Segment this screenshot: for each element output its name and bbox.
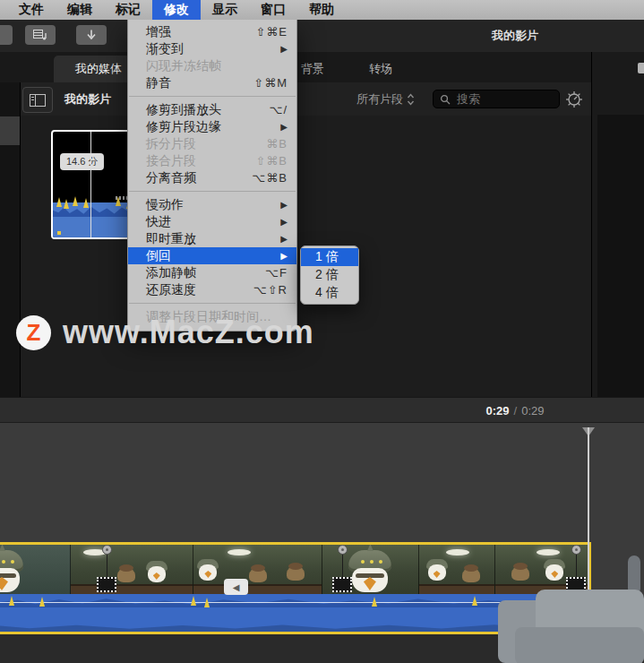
clip-settings-button[interactable] <box>562 88 586 111</box>
menu-item-label: 倒回 <box>146 248 171 264</box>
clip-filter-label: 所有片段 <box>356 91 403 108</box>
submenu-arrow-icon: ▶ <box>280 234 288 244</box>
import-media-button[interactable] <box>25 25 56 45</box>
search-input[interactable] <box>455 91 553 107</box>
menu-item-label: 还原速度 <box>146 282 196 298</box>
menu-item-label: 渐变到 <box>146 41 184 57</box>
toolbar-button-partial[interactable] <box>0 25 13 45</box>
sidebar-toggle-button[interactable] <box>22 87 53 113</box>
menu-separator <box>129 303 296 304</box>
filmstrip-frame <box>71 545 194 594</box>
menu-item[interactable]: 接合片段 ⇧⌘B <box>128 152 296 169</box>
download-button[interactable] <box>76 25 107 45</box>
menubar-item-label: 修改 <box>164 2 189 18</box>
menubar-item[interactable]: 修改 <box>152 0 201 20</box>
tab[interactable]: 转场 <box>360 56 401 82</box>
menubar-item[interactable]: 标记 <box>104 0 152 20</box>
reverse-playback-icon[interactable]: ◀ <box>224 579 248 595</box>
menu-item-label: 拆分片段 <box>146 136 196 152</box>
tab-label: 我的媒体 <box>75 61 122 77</box>
menu-item-label: 闪现并冻结帧 <box>146 58 221 74</box>
submenu-item[interactable]: 2 倍 <box>301 266 358 284</box>
menu-item[interactable]: 静音 ⇧⌘M <box>128 74 296 91</box>
menubar-item-label: 文件 <box>19 2 44 18</box>
menu-item[interactable]: 还原速度 ⌥⇧R <box>128 281 296 298</box>
menu-item[interactable]: 修剪到播放头 ⌥/ <box>128 101 296 118</box>
submenu-arrow-icon: ▶ <box>280 122 288 132</box>
menubar-item[interactable]: 帮助 <box>297 0 346 20</box>
browser-project-title: 我的影片 <box>59 82 111 116</box>
menu-item-shortcut: ⇧⌘M <box>253 76 288 90</box>
library-sidebar-strip <box>0 82 21 397</box>
menu-item[interactable]: 快进 ▶ <box>128 213 296 230</box>
import-down-arrow-icon <box>86 30 97 41</box>
sidebar-toggle-icon <box>30 94 46 107</box>
cursor-overlay <box>515 627 644 663</box>
clip-duration-badge: 14.6 分 <box>60 153 104 170</box>
menu-item[interactable]: 增强 ⇧⌘E <box>128 23 296 40</box>
menu-item[interactable]: 闪现并冻结帧 <box>128 57 296 74</box>
submenu-item-label: 2 倍 <box>315 267 339 283</box>
menu-item-label: 接合片段 <box>146 153 196 169</box>
marker-connector <box>107 555 107 578</box>
film-frame-badge-icon[interactable] <box>97 577 116 592</box>
search-icon <box>440 94 451 105</box>
tab-label: 转场 <box>369 61 392 77</box>
time-separator: / <box>514 404 518 418</box>
clip-range-dot <box>57 231 61 235</box>
menu-bar: 文件 编辑 标记 修改 显示 窗口 帮助 <box>0 0 644 20</box>
current-time: 0:29 <box>486 404 510 418</box>
menubar-item[interactable]: 窗口 <box>249 0 297 20</box>
marker-connector <box>576 555 577 578</box>
menu-item-shortcut: ⇧⌘E <box>255 25 288 39</box>
menu-item[interactable]: 拆分片段 ⌘B <box>128 135 296 152</box>
speed-marker-dot[interactable] <box>338 545 348 555</box>
search-field[interactable] <box>433 90 560 108</box>
menu-item[interactable]: 添加静帧 ⌥F <box>128 264 296 281</box>
cropped-panel-icon <box>638 63 644 73</box>
timeline[interactable]: ◀ <box>0 423 644 663</box>
film-frame-badge-icon[interactable] <box>332 577 352 592</box>
speed-marker-dot[interactable] <box>102 545 112 555</box>
clip-filmstrip <box>0 545 588 594</box>
submenu-arrow-icon: ▶ <box>280 200 288 210</box>
submenu-item-label: 4 倍 <box>315 285 339 301</box>
filmstrip-frame <box>419 545 496 594</box>
sidebar-selected-marker <box>0 116 20 145</box>
menubar-item[interactable]: 文件 <box>7 0 56 20</box>
menu-item[interactable]: 倒回 ▶ <box>128 247 296 264</box>
menu-item-shortcut: ⌥/ <box>269 103 288 116</box>
clip-filter-dropdown[interactable]: 所有片段 <box>356 82 415 116</box>
menu-item-shortcut: ⇧⌘B <box>255 154 288 168</box>
film-music-icon <box>33 30 47 40</box>
submenu-item-label: 1 倍 <box>315 249 339 265</box>
updown-chevron-icon <box>407 93 415 106</box>
menu-item-label: 分离音频 <box>146 170 196 186</box>
menu-separator <box>129 191 296 192</box>
menubar-item[interactable]: 编辑 <box>56 0 104 20</box>
submenu-item[interactable]: 1 倍 <box>301 248 358 266</box>
menu-item[interactable]: 渐变到 ▶ <box>128 40 296 57</box>
filmstrip-frame <box>0 545 71 594</box>
menu-item[interactable]: 慢动作 ▶ <box>128 196 296 213</box>
time-display: 0:29 / 0:29 <box>430 398 600 424</box>
tab-label: 背景 <box>301 61 324 77</box>
submenu-item[interactable]: 4 倍 <box>301 284 358 302</box>
menu-item-shortcut: ⌥⇧R <box>253 283 288 297</box>
menu-item-label: 添加静帧 <box>146 265 196 281</box>
menubar-item[interactable]: 显示 <box>201 0 249 20</box>
rewind-speed-submenu: 1 倍 2 倍 4 倍 <box>300 245 359 305</box>
menu-item[interactable]: 调整片段日期和时间… <box>128 308 296 325</box>
menu-item-label: 快进 <box>146 214 171 230</box>
menubar-item-label: 帮助 <box>309 2 334 18</box>
window-title: 我的影片 <box>448 20 582 52</box>
menu-item[interactable]: 分离音频 ⌥⌘B <box>128 169 296 186</box>
submenu-arrow-icon: ▶ <box>280 44 288 54</box>
menu-separator <box>129 96 296 97</box>
menubar-item-label: 编辑 <box>67 2 92 18</box>
menu-item[interactable]: 修剪片段边缘 ▶ <box>128 118 296 135</box>
menu-item[interactable]: 即时重放 ▶ <box>128 230 296 247</box>
speed-marker-dot[interactable] <box>571 545 581 555</box>
menu-item-label: 修剪片段边缘 <box>146 119 221 135</box>
tab[interactable]: 背景 <box>292 56 333 82</box>
